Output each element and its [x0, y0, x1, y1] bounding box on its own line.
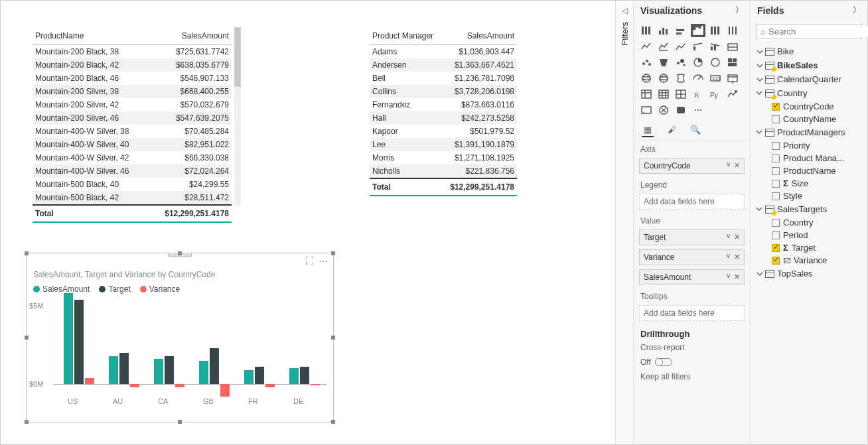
column-header[interactable]: ProductName [33, 27, 151, 44]
bar[interactable] [300, 367, 309, 384]
table-row[interactable]: Mountain-400-W Silver, 42$66,330.038 [33, 151, 232, 164]
expand-icon[interactable] [756, 89, 762, 98]
tooltips-well-empty[interactable]: Add data fields here [639, 305, 745, 321]
table-row[interactable]: Mountain-200 Black, 42$638,035.6779 [33, 58, 232, 72]
more-options-icon[interactable]: ⋯ [319, 256, 328, 266]
fields-field[interactable]: Priority [753, 139, 865, 152]
table-row[interactable]: Adams$1,036,903.447 [370, 45, 517, 58]
table-row[interactable]: Mountain-400-W Silver, 40$82,951.022 [33, 138, 232, 151]
bar[interactable] [64, 293, 73, 384]
viz-type-icon[interactable] [708, 40, 723, 53]
viz-type-icon[interactable] [639, 72, 654, 85]
column-header[interactable]: Product Manager [370, 27, 445, 44]
bar[interactable] [265, 384, 275, 387]
fields-field[interactable]: ProductName [753, 164, 865, 177]
bar[interactable] [165, 356, 174, 384]
viz-type-icon[interactable] [708, 56, 723, 69]
expand-icon[interactable] [755, 48, 764, 55]
fields-field[interactable]: Product Mana... [753, 152, 865, 164]
bar[interactable] [220, 384, 230, 397]
fields-field[interactable]: Period [753, 229, 865, 241]
viz-type-icon[interactable] [656, 40, 671, 53]
fields-table[interactable]: Bike [753, 44, 865, 58]
fields-field[interactable]: 🗠Variance [753, 254, 865, 267]
bar[interactable] [311, 384, 320, 385]
filters-pane-collapsed[interactable]: ◁ Filters [615, 1, 634, 444]
checkbox[interactable] [772, 192, 780, 200]
bar[interactable] [199, 361, 208, 384]
value-well-item[interactable]: SalesAmount∨✕ [639, 269, 745, 285]
table-row[interactable]: Lee$1,391,190.1879 [370, 138, 517, 151]
table-row[interactable]: Mountain-200 Black, 46$546,907.133 [33, 72, 232, 85]
fields-table[interactable]: ProductManagers [753, 125, 865, 139]
fields-field[interactable]: CountryCode [753, 100, 865, 113]
fields-table[interactable]: SalesTargets [753, 202, 865, 216]
collapse-icon[interactable]: 〉 [853, 5, 861, 16]
viz-type-icon[interactable] [691, 103, 705, 117]
bar[interactable] [74, 300, 84, 384]
table-row[interactable]: Kapoor$501,979.52 [370, 125, 517, 138]
table-visual-products[interactable]: ProductName SalesAmount Mountain-200 Bla… [33, 27, 232, 223]
fields-tab-icon[interactable]: ▦ [642, 125, 654, 137]
viz-type-icon[interactable] [708, 24, 723, 37]
table-row[interactable]: Nicholls$221,836.756 [370, 164, 517, 178]
fields-search[interactable]: ⌕ [756, 24, 862, 39]
checkbox[interactable] [772, 244, 780, 252]
table-row[interactable]: Fernandez$873,663.0116 [370, 98, 517, 111]
fields-table[interactable]: Country [753, 86, 865, 100]
viz-type-icon[interactable] [656, 56, 671, 69]
column-header[interactable]: SalesAmount [445, 27, 517, 44]
bar[interactable] [255, 367, 264, 384]
checkbox[interactable] [772, 219, 780, 227]
table-row[interactable]: Andersen$1,363,667.4521 [370, 58, 517, 72]
expand-icon[interactable] [755, 62, 764, 69]
viz-type-icon[interactable] [691, 56, 705, 69]
remove-icon[interactable]: ✕ [734, 161, 740, 170]
viz-type-icon[interactable] [674, 56, 688, 69]
collapse-icon[interactable]: 〉 [735, 5, 743, 16]
table-row[interactable]: Mountain-200 Silver, 38$668,400.255 [33, 85, 232, 98]
remove-icon[interactable]: ✕ [734, 273, 740, 281]
fields-field[interactable]: Country [753, 216, 865, 229]
viz-type-icon[interactable] [725, 24, 740, 37]
viz-type-icon[interactable] [691, 24, 705, 37]
expand-icon[interactable]: ◁ [622, 6, 628, 15]
bar[interactable] [244, 370, 253, 384]
remove-icon[interactable]: ✕ [734, 233, 740, 241]
viz-type-icon[interactable] [725, 72, 740, 85]
fields-field[interactable]: Style [753, 190, 865, 202]
fields-field[interactable]: CountryName [753, 113, 865, 125]
expand-icon[interactable] [756, 128, 762, 137]
viz-type-icon[interactable] [656, 72, 671, 85]
table-row[interactable]: Morris$1,271,108.1925 [370, 151, 517, 164]
legend-well-empty[interactable]: Add data fields here [639, 194, 745, 210]
viz-type-icon[interactable] [639, 40, 654, 53]
viz-type-icon[interactable] [656, 88, 671, 101]
value-well-item[interactable]: Variance∨✕ [639, 249, 745, 265]
column-header[interactable]: SalesAmount [151, 27, 232, 44]
report-canvas[interactable]: ProductName SalesAmount Mountain-200 Bla… [1, 1, 615, 444]
remove-icon[interactable]: ✕ [734, 253, 740, 261]
viz-type-icon[interactable]: R [691, 88, 705, 101]
viz-type-icon[interactable] [639, 56, 654, 69]
bar[interactable] [210, 348, 219, 384]
bar[interactable] [130, 384, 139, 387]
viz-type-icon[interactable] [674, 103, 688, 117]
bar[interactable] [85, 378, 94, 384]
bar[interactable] [175, 384, 184, 387]
viz-type-icon[interactable] [674, 40, 688, 53]
viz-type-icon[interactable] [656, 24, 671, 37]
fields-table[interactable]: TopSales [753, 267, 865, 281]
expand-icon[interactable] [755, 271, 764, 277]
table-row[interactable]: Mountain-200 Silver, 46$547,639.2075 [33, 111, 232, 125]
focus-mode-icon[interactable]: ⛶ [305, 256, 314, 266]
fields-table[interactable]: CalendarQuarter [753, 72, 865, 86]
table-visual-managers[interactable]: Product Manager SalesAmount Adams$1,036,… [370, 27, 517, 196]
table-row[interactable]: Collins$3,728,206.0198 [370, 85, 517, 98]
viz-type-icon[interactable] [725, 56, 740, 69]
search-input[interactable] [768, 27, 868, 36]
table-row[interactable]: Hall$242,273.5258 [370, 111, 517, 125]
table-row[interactable]: Mountain-400-W Silver, 38$70,485.284 [33, 125, 232, 138]
viz-type-icon[interactable] [674, 88, 688, 101]
viz-type-icon[interactable] [725, 88, 740, 101]
